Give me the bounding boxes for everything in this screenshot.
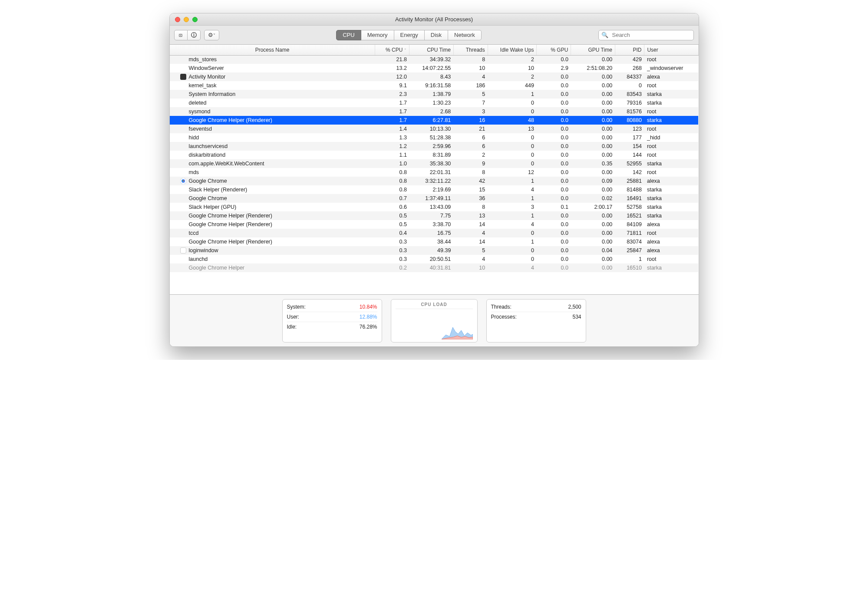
cell-threads: 7: [453, 99, 488, 107]
table-row[interactable]: loginwindow0.349.39500.00.0425847alexa: [170, 246, 699, 255]
cell-user: root: [644, 151, 698, 159]
table-row[interactable]: Google Chrome0.71:37:49.113610.00.021649…: [170, 194, 699, 203]
login-icon: [180, 247, 186, 253]
cell-user: alexa: [644, 177, 698, 185]
tab-network[interactable]: Network: [448, 30, 482, 40]
cell-user: alexa: [644, 220, 698, 229]
table-row[interactable]: Google Chrome Helper (Renderer)0.53:38.7…: [170, 220, 699, 229]
cell-cpu-time: 7.75: [409, 211, 453, 220]
cell-gpu-time: 2:00.17: [571, 203, 615, 211]
table-row[interactable]: WindowServer13.214:07:22.5510102.92:51:0…: [170, 64, 699, 72]
system-label: System:: [287, 304, 306, 310]
table-row[interactable]: Google Chrome0.83:32:11.224210.00.092588…: [170, 177, 699, 185]
cell-cpu-percent: 1.7: [375, 99, 409, 107]
table-row[interactable]: Slack Helper (GPU)0.613:43.09830.12:00.1…: [170, 203, 699, 211]
cell-gpu-time: 0.00: [571, 151, 615, 159]
process-table-area[interactable]: Process Name% CPU˅CPU TimeThreadsIdle Wa…: [170, 45, 699, 294]
settings-menu-button[interactable]: [204, 30, 219, 40]
cell-idle-wakeups: 48: [488, 116, 537, 125]
threads-value: 2,500: [568, 304, 581, 310]
cell-threads: 15: [453, 185, 488, 194]
cell-cpu-percent: 13.2: [375, 64, 409, 72]
cell-user: alexa: [644, 72, 698, 81]
cell-cpu-percent: 21.8: [375, 55, 409, 64]
search-field-container[interactable]: 🔍: [598, 30, 694, 40]
table-row[interactable]: System Information2.31:38.79510.00.00835…: [170, 90, 699, 99]
column-header[interactable]: Idle Wake Ups: [488, 45, 537, 55]
table-row[interactable]: Google Chrome Helper0.240:31.811040.00.0…: [170, 263, 699, 272]
cell-gpu-percent: 0.0: [537, 168, 571, 177]
zoom-icon[interactable]: [192, 17, 198, 22]
process-name: System Information: [189, 91, 236, 97]
cell-gpu-time: 2:51:08.20: [571, 64, 615, 72]
cell-gpu-time: 0.00: [571, 168, 615, 177]
table-row[interactable]: com.apple.WebKit.WebContent1.035:38.3090…: [170, 159, 699, 168]
tab-memory[interactable]: Memory: [361, 30, 394, 40]
info-button[interactable]: ⓘ: [188, 30, 201, 40]
tab-energy[interactable]: Energy: [394, 30, 425, 40]
cell-pid: 16521: [615, 211, 644, 220]
cell-threads: 186: [453, 81, 488, 90]
column-header[interactable]: Threads: [453, 45, 488, 55]
info-icon: ⓘ: [191, 31, 197, 39]
table-row[interactable]: diskarbitrationd1.18:31.89200.00.00144ro…: [170, 151, 699, 159]
stop-process-button[interactable]: ⦻: [174, 30, 188, 40]
column-header[interactable]: % CPU˅: [375, 45, 409, 55]
cell-gpu-percent: 0.0: [537, 255, 571, 263]
column-header[interactable]: GPU Time: [571, 45, 615, 55]
table-row[interactable]: deleted1.71:30.23700.00.0079316starka: [170, 99, 699, 107]
table-row[interactable]: Google Chrome Helper (Renderer)0.57.7513…: [170, 211, 699, 220]
table-row[interactable]: Google Chrome Helper (Renderer)0.338.441…: [170, 237, 699, 246]
table-row[interactable]: launchservicesd1.22:59.96600.00.00154roo…: [170, 142, 699, 151]
column-header[interactable]: Process Name: [170, 45, 375, 55]
column-header[interactable]: % GPU: [537, 45, 571, 55]
minimize-icon[interactable]: [184, 17, 189, 22]
cell-cpu-percent: 1.0: [375, 159, 409, 168]
column-header[interactable]: PID: [615, 45, 644, 55]
cell-threads: 6: [453, 133, 488, 142]
table-row[interactable]: Google Chrome Helper (Renderer)1.76:27.8…: [170, 116, 699, 125]
cell-gpu-percent: 0.0: [537, 107, 571, 116]
cell-pid: 79316: [615, 99, 644, 107]
column-header[interactable]: User: [644, 45, 698, 55]
table-row[interactable]: tccd0.416.75400.00.0071811root: [170, 229, 699, 237]
cell-cpu-percent: 1.3: [375, 133, 409, 142]
table-row[interactable]: Slack Helper (Renderer)0.82:19.691540.00…: [170, 185, 699, 194]
table-row[interactable]: sysmond1.72.68300.00.0081576root: [170, 107, 699, 116]
cell-threads: 5: [453, 246, 488, 255]
system-value: 10.84%: [360, 304, 377, 310]
cell-threads: 10: [453, 263, 488, 272]
table-row[interactable]: mds_stores21.834:39.32820.00.00429root: [170, 55, 699, 64]
tab-cpu[interactable]: CPU: [336, 30, 361, 40]
cell-cpu-percent: 0.3: [375, 246, 409, 255]
cell-threads: 16: [453, 116, 488, 125]
cell-gpu-time: 0.00: [571, 90, 615, 99]
process-name: Activity Monitor: [189, 74, 226, 80]
table-row[interactable]: mds0.822:01.318120.00.00142root: [170, 168, 699, 177]
cell-pid: 52758: [615, 203, 644, 211]
close-icon[interactable]: [175, 17, 180, 22]
cell-user: starka: [644, 159, 698, 168]
cell-pid: 84337: [615, 72, 644, 81]
process-name: Google Chrome Helper (Renderer): [189, 213, 272, 219]
process-name: WindowServer: [189, 65, 224, 71]
cell-gpu-percent: 0.0: [537, 229, 571, 237]
search-input[interactable]: [611, 31, 691, 39]
cell-user: starka: [644, 211, 698, 220]
cell-threads: 6: [453, 142, 488, 151]
column-header[interactable]: CPU Time: [409, 45, 453, 55]
cell-gpu-percent: 0.0: [537, 142, 571, 151]
cell-pid: 142: [615, 168, 644, 177]
cell-cpu-percent: 0.7: [375, 194, 409, 203]
table-header-row: Process Name% CPU˅CPU TimeThreadsIdle Wa…: [170, 45, 699, 55]
cell-pid: 83543: [615, 90, 644, 99]
cell-idle-wakeups: 4: [488, 185, 537, 194]
table-row[interactable]: launchd0.320:50.51400.00.001root: [170, 255, 699, 263]
table-row[interactable]: fseventsd1.410:13.3021130.00.00123root: [170, 125, 699, 133]
tab-disk[interactable]: Disk: [425, 30, 448, 40]
titlebar[interactable]: Activity Monitor (All Processes): [170, 13, 699, 26]
cell-pid: 154: [615, 142, 644, 151]
table-row[interactable]: kernel_task9.19:16:31.581864490.00.000ro…: [170, 81, 699, 90]
table-row[interactable]: Activity Monitor12.08.43420.00.0084337al…: [170, 72, 699, 81]
table-row[interactable]: hidd1.351:28.38600.00.00177_hidd: [170, 133, 699, 142]
